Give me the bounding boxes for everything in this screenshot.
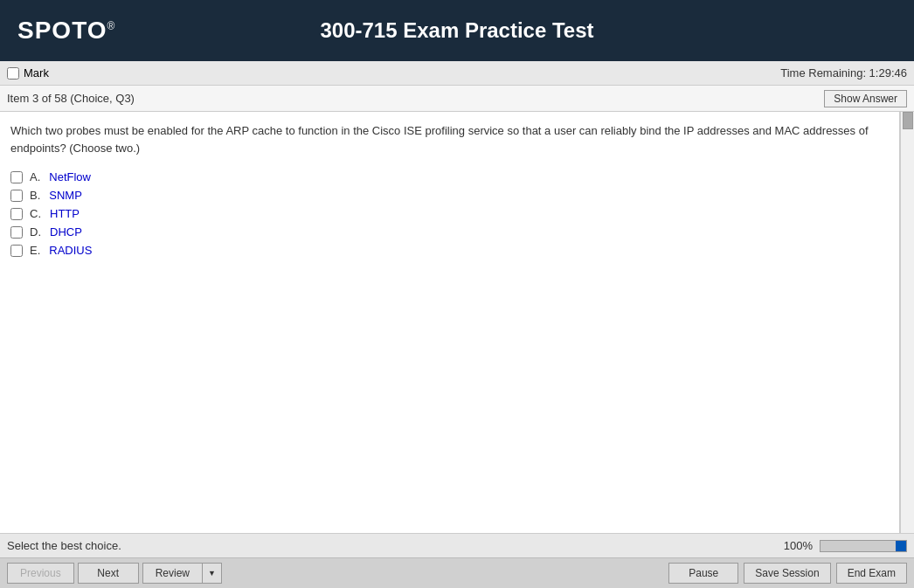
footer-right: Pause Save Session End Exam	[668, 563, 907, 584]
end-exam-button[interactable]: End Exam	[836, 563, 907, 584]
header: SPOTO® 300-715 Exam Practice Test	[0, 0, 914, 61]
footer-nav: Previous Next Review Pause Save Session …	[0, 557, 914, 588]
option-item: E.RADIUS	[10, 244, 889, 257]
mark-checkbox-area[interactable]: Mark	[7, 66, 49, 80]
mark-checkbox[interactable]	[7, 67, 19, 80]
main-content: Which two probes must be enabled for the…	[0, 112, 900, 533]
item-info: Item 3 of 58 (Choice, Q3)	[7, 92, 135, 105]
time-remaining: Time Remaining: 1:29:46	[780, 66, 907, 80]
show-answer-button[interactable]: Show Answer	[824, 90, 907, 107]
scrollbar-thumb[interactable]	[903, 112, 913, 129]
options-list: A.NetFlowB.SNMPC.HTTPD.DHCPE.RADIUS	[10, 170, 889, 257]
next-button[interactable]: Next	[78, 563, 139, 584]
option-item: D.DHCP	[10, 225, 889, 239]
option-letter: C.	[30, 207, 41, 220]
progress-percent: 100%	[784, 539, 813, 552]
logo-superscript: ®	[107, 20, 116, 32]
option-text: SNMP	[49, 189, 82, 202]
question-text: Which two probes must be enabled for the…	[10, 122, 889, 156]
previous-button[interactable]: Previous	[7, 563, 74, 584]
option-item: C.HTTP	[10, 207, 889, 220]
option-item: B.SNMP	[10, 189, 889, 202]
scrollbar-track[interactable]	[900, 112, 914, 533]
logo-text: SPOTO	[17, 17, 107, 44]
option-letter: D.	[30, 225, 41, 239]
option-checkbox-b[interactable]	[10, 190, 23, 202]
option-checkbox-d[interactable]	[10, 226, 23, 239]
option-text: RADIUS	[49, 244, 92, 257]
progress-bar-track	[820, 540, 907, 552]
exam-title: 300-715 Exam Practice Test	[320, 18, 593, 43]
option-letter: B.	[30, 189, 40, 202]
footer-left: Previous Next Review	[7, 563, 222, 584]
option-text: DHCP	[50, 225, 82, 239]
review-button[interactable]: Review	[142, 563, 202, 584]
option-letter: E.	[30, 244, 40, 257]
status-text: Select the best choice.	[7, 539, 121, 552]
option-checkbox-c[interactable]	[10, 208, 23, 220]
item-bar: Item 3 of 58 (Choice, Q3) Show Answer	[0, 86, 914, 112]
review-dropdown-button[interactable]	[202, 563, 222, 584]
option-checkbox-e[interactable]	[10, 245, 23, 257]
save-session-button[interactable]: Save Session	[744, 563, 830, 584]
mark-label: Mark	[24, 66, 49, 80]
status-bar: Select the best choice. 100%	[0, 533, 914, 557]
option-checkbox-a[interactable]	[10, 171, 23, 183]
option-item: A.NetFlow	[10, 170, 889, 183]
logo: SPOTO®	[17, 17, 115, 45]
option-letter: A.	[30, 170, 40, 183]
pause-button[interactable]: Pause	[668, 563, 738, 584]
progress-bar-fill	[896, 541, 906, 551]
progress-area: 100%	[784, 539, 907, 552]
content-wrapper: Which two probes must be enabled for the…	[0, 112, 914, 533]
option-text: NetFlow	[49, 170, 91, 183]
mark-bar: Mark Time Remaining: 1:29:46	[0, 61, 914, 86]
review-btn-group: Review	[142, 563, 222, 584]
option-text: HTTP	[50, 207, 80, 220]
